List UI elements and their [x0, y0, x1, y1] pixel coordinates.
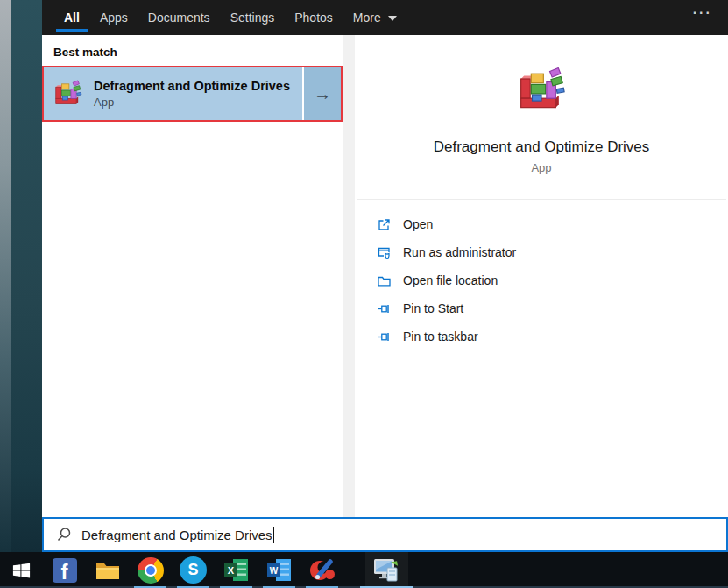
- action-run-as-admin-label: Run as administrator: [403, 245, 516, 259]
- tab-settings-label: Settings: [230, 11, 275, 25]
- pin-icon: [377, 301, 392, 316]
- best-match-result[interactable]: Defragment and Optimize Drives App →: [42, 66, 343, 122]
- tab-settings[interactable]: Settings: [230, 0, 275, 35]
- wallpaper-light-beam: [0, 0, 11, 552]
- tab-more-label: More: [353, 11, 381, 25]
- screen: X W: [0, 0, 728, 588]
- facebook-icon: f: [53, 558, 77, 583]
- desktop-wallpaper: [0, 0, 42, 552]
- open-icon: [377, 217, 392, 232]
- action-open[interactable]: Open: [355, 210, 728, 238]
- skype-icon: S: [180, 556, 207, 584]
- defrag-app-icon-large: [517, 67, 566, 116]
- tab-apps[interactable]: Apps: [100, 0, 128, 35]
- search-results-window: All Apps Documents Settings Photos More …: [42, 0, 728, 517]
- panel-divider: [343, 35, 355, 517]
- action-pin-to-taskbar-label: Pin to taskbar: [403, 329, 478, 344]
- search-icon: [56, 527, 72, 542]
- chrome-icon: [138, 557, 164, 584]
- defrag-monitor-icon: [372, 556, 402, 584]
- tab-photos-label: Photos: [294, 11, 333, 25]
- tab-documents-label: Documents: [148, 11, 210, 25]
- tab-all[interactable]: All: [64, 0, 80, 35]
- action-pin-to-taskbar[interactable]: Pin to taskbar: [355, 322, 728, 351]
- taskbar-excel-button[interactable]: [215, 552, 258, 588]
- search-input[interactable]: Defragment and Optimize Drives: [42, 517, 728, 552]
- expand-result-button[interactable]: →: [302, 67, 341, 120]
- ccleaner-icon: [307, 557, 337, 584]
- taskbar-ccleaner-button[interactable]: [300, 552, 343, 588]
- action-pin-to-start-label: Pin to Start: [403, 301, 463, 315]
- best-match-main[interactable]: Defragment and Optimize Drives App: [44, 67, 302, 120]
- tab-documents[interactable]: Documents: [148, 0, 210, 35]
- file-explorer-icon: [95, 559, 121, 582]
- right-arrow-icon: →: [314, 84, 331, 104]
- preview-panel: Defragment and Optimize Drives App Open …: [355, 35, 728, 517]
- defrag-app-icon: [53, 80, 82, 109]
- chevron-down-icon: [388, 16, 397, 21]
- word-icon: [265, 557, 293, 584]
- taskbar-word-button[interactable]: [258, 552, 300, 588]
- start-button[interactable]: [0, 552, 43, 588]
- taskbar-defrag-button[interactable]: [365, 552, 408, 588]
- action-list: Open Run as administrator Open file loca…: [355, 210, 728, 351]
- best-match-subtitle: App: [94, 96, 290, 109]
- action-open-file-location[interactable]: Open file location: [355, 266, 728, 294]
- taskbar-skype-button[interactable]: S: [172, 552, 215, 588]
- preview-subtitle: App: [355, 161, 728, 174]
- tab-more[interactable]: More: [353, 0, 397, 35]
- windows-logo-icon: [12, 562, 31, 579]
- preview-divider: [357, 199, 726, 200]
- more-options-button[interactable]: ...: [693, 2, 712, 18]
- tab-apps-label: Apps: [100, 11, 128, 25]
- best-match-title: Defragment and Optimize Drives: [94, 79, 290, 93]
- action-run-as-administrator[interactable]: Run as administrator: [355, 238, 728, 266]
- best-match-header: Best match: [53, 46, 117, 59]
- tab-photos[interactable]: Photos: [294, 0, 333, 35]
- file-location-icon: [377, 273, 392, 288]
- excel-icon: [223, 557, 251, 584]
- action-pin-to-start[interactable]: Pin to Start: [355, 294, 728, 322]
- taskbar: f S: [0, 552, 728, 588]
- action-open-label: Open: [403, 217, 433, 231]
- taskbar-file-explorer-button[interactable]: [86, 552, 129, 588]
- best-match-text: Defragment and Optimize Drives App: [94, 79, 290, 109]
- search-filter-tabbar: All Apps Documents Settings Photos More …: [42, 0, 728, 35]
- taskbar-chrome-button[interactable]: [129, 552, 172, 588]
- tab-all-label: All: [64, 11, 80, 25]
- taskbar-facebook-button[interactable]: f: [43, 552, 86, 588]
- pin-icon: [377, 329, 392, 344]
- text-cursor: [273, 527, 275, 543]
- action-open-file-location-label: Open file location: [403, 273, 498, 287]
- preview-title: Defragment and Optimize Drives: [355, 138, 728, 156]
- search-query-text: Defragment and Optimize Drives: [81, 528, 272, 542]
- run-as-admin-icon: [377, 245, 392, 260]
